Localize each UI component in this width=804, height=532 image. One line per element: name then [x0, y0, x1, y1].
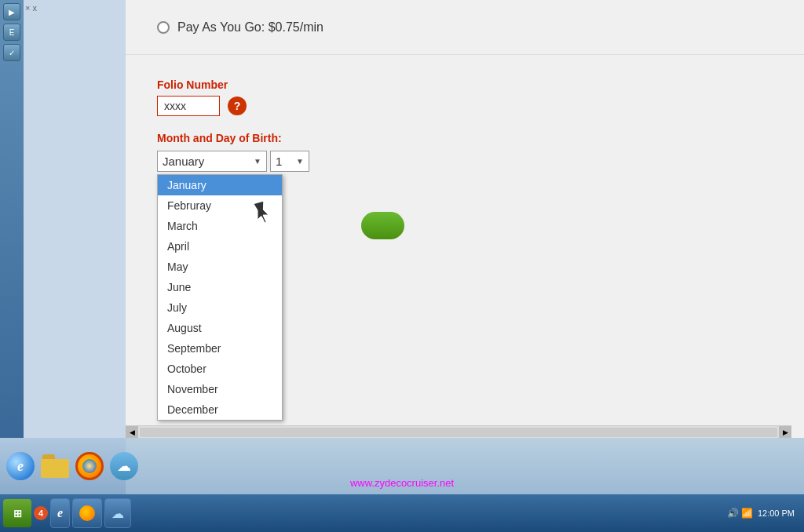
start-icon: ⊞ [13, 508, 22, 519]
close-button[interactable]: × x [25, 3, 37, 13]
start-button[interactable]: ⊞ [3, 499, 31, 527]
month-selected-value: January [163, 155, 204, 168]
cloud-icon: ☁ [110, 452, 138, 480]
pay-as-you-go-option[interactable]: Pay As You Go: $0.75/min [157, 20, 323, 35]
day-dropdown-arrow: ▼ [296, 157, 304, 166]
folio-input[interactable] [157, 96, 220, 116]
month-option-december[interactable]: December [158, 399, 282, 420]
system-tray: 🔊 📶 12:00 PM [727, 508, 801, 519]
month-option-january[interactable]: January [158, 175, 282, 195]
taskbar-ie-button[interactable]: e [50, 498, 70, 528]
month-option-august[interactable]: August [158, 318, 282, 338]
sidebar-icon-2[interactable]: E [3, 24, 20, 41]
scroll-right-arrow[interactable]: ▶ [779, 426, 791, 439]
folder-icon [41, 454, 69, 478]
green-button-area [361, 212, 404, 242]
windows-taskbar: ⊞ 4 e ☁ 🔊 📶 12:00 PM [0, 494, 804, 532]
network-icon: ☁ [111, 506, 124, 521]
month-option-february[interactable]: Februray [158, 195, 282, 216]
month-option-november[interactable]: November [158, 379, 282, 399]
month-dropdown-list: January Februray March April May June Ju… [157, 174, 283, 421]
birth-label: Month and Day of Birth: [157, 132, 773, 144]
scroll-left-arrow[interactable]: ◀ [126, 426, 138, 439]
day-select[interactable]: 1 ▼ [270, 151, 309, 172]
sidebar-icon-3[interactable]: ✓ [3, 44, 20, 61]
month-select[interactable]: January ▼ [157, 151, 267, 172]
month-dropdown-arrow: ▼ [254, 157, 261, 166]
month-option-april[interactable]: April [158, 236, 282, 257]
tray-icons: 🔊 📶 [727, 508, 753, 519]
month-option-march[interactable]: March [158, 216, 282, 236]
taskbar-thunderbird-button[interactable] [72, 498, 102, 528]
pay-label: Pay As You Go: $0.75/min [177, 20, 323, 35]
month-option-june[interactable]: June [158, 277, 282, 297]
folio-row: ? [157, 96, 773, 116]
pay-section: Pay As You Go: $0.75/min [126, 0, 804, 55]
help-icon[interactable]: ? [228, 97, 247, 115]
taskbar-ie-icon: e [57, 506, 63, 520]
folio-label: Folio Number [157, 78, 773, 91]
watermark: www.zydecocruiser.net [0, 477, 804, 489]
sidebar: ▶ E ✓ [0, 0, 24, 438]
month-option-may[interactable]: May [158, 257, 282, 277]
horizontal-scrollbar[interactable]: ◀ ▶ [126, 425, 791, 438]
thunderbird-icon [79, 505, 95, 521]
month-option-september[interactable]: September [158, 338, 282, 359]
notification-badge[interactable]: 4 [34, 506, 48, 520]
form-area: Folio Number ? Month and Day of Birth: J… [126, 55, 804, 438]
sidebar-icon-1[interactable]: ▶ [3, 3, 20, 20]
taskbar-inner: ⊞ 4 e ☁ 🔊 📶 12:00 PM [3, 498, 801, 528]
radio-button[interactable] [157, 21, 170, 34]
submit-button[interactable] [361, 212, 404, 239]
ie-icon: e [6, 452, 35, 480]
month-option-july[interactable]: July [158, 297, 282, 318]
month-option-october[interactable]: October [158, 359, 282, 379]
selects-row: January ▼ 1 ▼ January Februray March Apr… [157, 151, 773, 172]
taskbar-network-button[interactable]: ☁ [104, 498, 131, 528]
day-selected-value: 1 [276, 155, 282, 168]
clock: 12:00 PM [758, 508, 795, 518]
firefox-icon [75, 452, 104, 480]
